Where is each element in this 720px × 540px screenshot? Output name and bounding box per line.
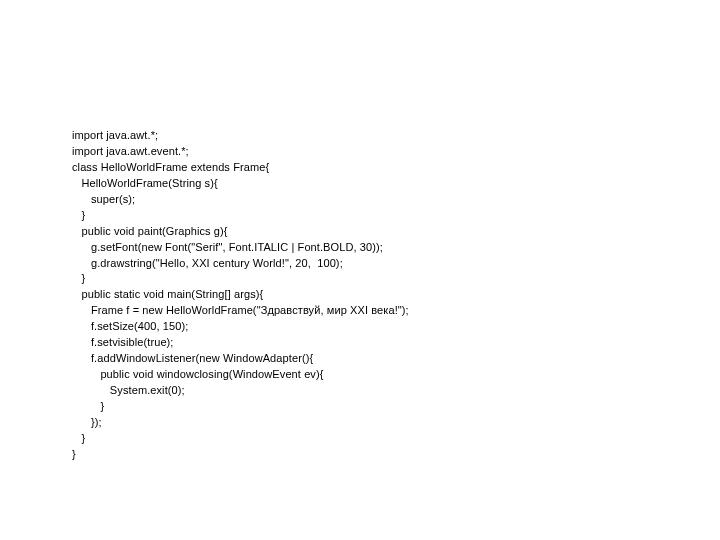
code-line: } xyxy=(72,399,720,415)
code-line: } xyxy=(72,208,720,224)
code-line: import java.awt.*; xyxy=(72,128,720,144)
code-line: super(s); xyxy=(72,192,720,208)
code-block: import java.awt.*; import java.awt.event… xyxy=(0,0,720,463)
code-line: g.drawstring("Hello, XXI century World!"… xyxy=(72,256,720,272)
code-line: g.setFont(new Font("Serif", Font.ITALIC … xyxy=(72,240,720,256)
code-line: class HelloWorldFrame extends Frame{ xyxy=(72,160,720,176)
code-line: import java.awt.event.*; xyxy=(72,144,720,160)
code-line: }); xyxy=(72,415,720,431)
code-line: HelloWorldFrame(String s){ xyxy=(72,176,720,192)
code-line: Frame f = new HelloWorldFrame("Здравству… xyxy=(72,303,720,319)
code-line: } xyxy=(72,447,720,463)
code-line: f.addWindowListener(new WindowAdapter(){ xyxy=(72,351,720,367)
code-line: public static void main(String[] args){ xyxy=(72,287,720,303)
code-line: public void paint(Graphics g){ xyxy=(72,224,720,240)
code-line: f.setvisible(true); xyxy=(72,335,720,351)
code-line: f.setSize(400, 150); xyxy=(72,319,720,335)
code-line: public void windowclosing(WindowEvent ev… xyxy=(72,367,720,383)
code-line: } xyxy=(72,271,720,287)
code-line: System.exit(0); xyxy=(72,383,720,399)
code-line: } xyxy=(72,431,720,447)
